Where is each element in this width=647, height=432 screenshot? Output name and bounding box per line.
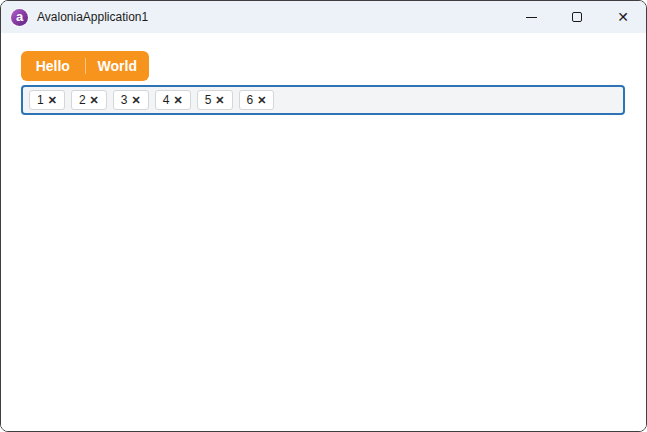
tag-remove-icon[interactable]: ✕ — [173, 95, 182, 106]
tag-remove-icon[interactable]: ✕ — [257, 95, 266, 106]
tag-chip: 6 ✕ — [239, 90, 275, 110]
tag-chip: 4 ✕ — [155, 90, 191, 110]
tag-label: 5 — [205, 93, 212, 107]
hello-world-split-button: Hello World — [21, 51, 149, 81]
minimize-icon — [526, 17, 537, 18]
avalonia-logo-icon: a — [11, 9, 28, 26]
titlebar[interactable]: a AvaloniaApplication1 ✕ — [1, 1, 646, 33]
tag-remove-icon[interactable]: ✕ — [132, 95, 141, 106]
hello-button[interactable]: Hello — [21, 51, 85, 81]
tag-input[interactable]: 1 ✕ 2 ✕ 3 ✕ 4 ✕ 5 ✕ 6 ✕ — [21, 85, 625, 115]
close-button[interactable]: ✕ — [600, 1, 646, 33]
tag-label: 1 — [37, 93, 44, 107]
app-window: a AvaloniaApplication1 ✕ Hello World 1 ✕ — [0, 0, 647, 432]
maximize-button[interactable] — [554, 1, 600, 33]
tag-label: 4 — [163, 93, 170, 107]
tag-chip: 2 ✕ — [71, 90, 107, 110]
tag-remove-icon[interactable]: ✕ — [90, 95, 99, 106]
world-button[interactable]: World — [86, 51, 150, 81]
window-content: Hello World 1 ✕ 2 ✕ 3 ✕ 4 ✕ 5 ✕ — [1, 33, 646, 431]
tag-remove-icon[interactable]: ✕ — [48, 95, 57, 106]
tag-chip: 3 ✕ — [113, 90, 149, 110]
minimize-button[interactable] — [508, 1, 554, 33]
tag-label: 2 — [79, 93, 86, 107]
caption-buttons: ✕ — [508, 1, 646, 33]
tag-label: 6 — [247, 93, 254, 107]
tag-remove-icon[interactable]: ✕ — [215, 95, 224, 106]
tag-chip: 5 ✕ — [197, 90, 233, 110]
maximize-icon — [572, 12, 582, 22]
close-icon: ✕ — [617, 10, 629, 24]
tag-chip: 1 ✕ — [29, 90, 65, 110]
tag-label: 3 — [121, 93, 128, 107]
window-title: AvaloniaApplication1 — [37, 10, 148, 24]
